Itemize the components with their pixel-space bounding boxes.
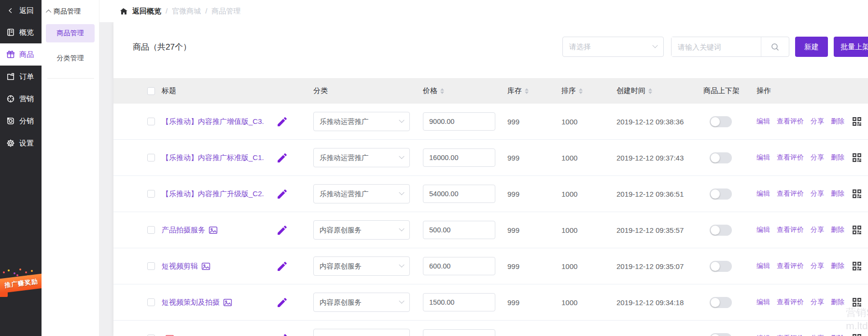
row-checkbox[interactable] — [147, 298, 155, 306]
sort-carets-icon[interactable] — [579, 88, 583, 94]
edit-pencil-button[interactable] — [276, 224, 288, 236]
share-link[interactable]: 分享 — [811, 117, 824, 126]
edit-pencil-button[interactable] — [276, 116, 288, 128]
sidebar-item-marketing[interactable]: 营销 — [0, 88, 42, 110]
product-title-link[interactable]: 【乐推动】内容推广增值版_C3... — [162, 117, 264, 126]
edit-link[interactable]: 编辑 — [756, 298, 770, 307]
image-icon[interactable] — [223, 298, 232, 307]
view-reviews-link[interactable]: 查看评价 — [777, 153, 804, 162]
product-title-link[interactable]: 【乐推动】内容推广升级版_C2... — [162, 189, 264, 199]
edit-link[interactable]: 编辑 — [756, 334, 770, 336]
header-库存[interactable]: 库存 — [500, 86, 553, 95]
row-checkbox[interactable] — [147, 262, 155, 270]
product-title-link[interactable]: 【乐推动】内容推广标准版_C1... — [162, 153, 264, 162]
delete-link[interactable]: 删除 — [831, 334, 844, 336]
sort-carets-icon[interactable] — [440, 88, 444, 94]
submenu-group-toggle[interactable]: 商品管理 — [42, 6, 99, 17]
price-input[interactable] — [423, 293, 495, 311]
product-title-link[interactable]: 产品拍摄服务 — [162, 226, 205, 235]
category-select[interactable]: 内容原创服务 — [313, 256, 410, 276]
delete-link[interactable]: 删除 — [831, 298, 844, 307]
onshelf-toggle[interactable] — [710, 297, 732, 308]
promo-reward-badge[interactable]: 推广赚奖励 — [0, 269, 42, 297]
share-link[interactable]: 分享 — [811, 334, 824, 336]
onshelf-toggle[interactable] — [710, 152, 732, 163]
price-input[interactable] — [423, 148, 495, 167]
view-reviews-link[interactable]: 查看评价 — [777, 226, 804, 234]
price-input[interactable] — [423, 221, 495, 239]
category-filter-select[interactable]: 请选择 — [562, 37, 664, 57]
header-排序[interactable]: 排序 — [553, 86, 606, 95]
onshelf-toggle[interactable] — [710, 333, 732, 336]
edit-link[interactable]: 编辑 — [756, 226, 770, 234]
sort-carets-icon[interactable] — [648, 88, 652, 94]
qr-code-button[interactable] — [852, 297, 862, 307]
delete-link[interactable]: 删除 — [831, 153, 844, 162]
category-select[interactable] — [313, 329, 410, 336]
select-all-checkbox[interactable] — [147, 87, 155, 95]
header-价格[interactable]: 价格 — [415, 86, 500, 95]
qr-code-button[interactable] — [852, 225, 862, 235]
edit-link[interactable]: 编辑 — [756, 262, 770, 270]
sidebar-item-settings[interactable]: 设置 — [0, 132, 42, 154]
sidebar-back-button[interactable]: 返回 — [0, 0, 42, 21]
onshelf-toggle[interactable] — [710, 225, 732, 236]
delete-link[interactable]: 删除 — [831, 226, 844, 234]
qr-code-button[interactable] — [852, 117, 862, 126]
share-link[interactable]: 分享 — [811, 153, 824, 162]
sidebar-item-overview[interactable]: 概览 — [0, 21, 42, 43]
view-reviews-link[interactable]: 查看评价 — [777, 262, 804, 270]
image-icon[interactable] — [201, 262, 210, 271]
share-link[interactable]: 分享 — [811, 262, 824, 270]
search-button[interactable] — [761, 37, 789, 56]
view-reviews-link[interactable]: 查看评价 — [777, 334, 804, 336]
price-input[interactable] — [423, 185, 495, 203]
category-select[interactable]: 乐推动运营推广 — [313, 112, 410, 131]
onshelf-toggle[interactable] — [710, 188, 732, 200]
row-checkbox[interactable] — [147, 226, 155, 234]
category-select[interactable]: 内容原创服务 — [313, 220, 410, 240]
edit-pencil-button[interactable] — [276, 188, 288, 200]
share-link[interactable]: 分享 — [811, 226, 824, 234]
view-reviews-link[interactable]: 查看评价 — [777, 189, 804, 198]
submenu-item-goods-manage[interactable]: 商品管理 — [46, 24, 95, 42]
sidebar-item-goods[interactable]: 商品 — [0, 43, 42, 66]
delete-link[interactable]: 删除 — [831, 189, 844, 198]
category-select[interactable]: 乐推动运营推广 — [313, 184, 410, 203]
image-icon[interactable] — [209, 226, 218, 235]
edit-pencil-button[interactable] — [276, 333, 288, 336]
delete-link[interactable]: 删除 — [831, 117, 844, 126]
row-checkbox[interactable] — [147, 190, 155, 198]
sidebar-item-orders[interactable]: 订单 — [0, 66, 42, 88]
breadcrumb-home-link[interactable]: 返回概览 — [132, 7, 161, 16]
qr-code-button[interactable] — [852, 334, 862, 336]
view-reviews-link[interactable]: 查看评价 — [777, 117, 804, 126]
edit-link[interactable]: 编辑 — [756, 117, 770, 126]
create-button[interactable]: 新建 — [795, 37, 828, 57]
breadcrumb-crumb-1[interactable]: 官微商城 — [172, 7, 201, 16]
batch-onshelf-button[interactable]: 批量上架 — [834, 37, 868, 57]
onshelf-toggle[interactable] — [710, 116, 732, 127]
keyword-search-input[interactable] — [672, 37, 761, 56]
row-checkbox[interactable] — [147, 154, 155, 161]
header-创建时间[interactable]: 创建时间 — [606, 86, 695, 95]
edit-pencil-button[interactable] — [276, 260, 288, 272]
price-input[interactable] — [423, 329, 495, 336]
product-title-link[interactable]: 短视频剪辑 — [162, 262, 198, 271]
category-select[interactable]: 乐推动运营推广 — [313, 148, 410, 167]
sidebar-item-distribution[interactable]: 分销 — [0, 110, 42, 132]
price-input[interactable] — [423, 257, 495, 275]
onshelf-toggle[interactable] — [710, 261, 732, 272]
view-reviews-link[interactable]: 查看评价 — [777, 298, 804, 307]
qr-code-button[interactable] — [852, 261, 862, 271]
edit-link[interactable]: 编辑 — [756, 189, 770, 198]
image-icon[interactable] — [165, 334, 174, 336]
delete-link[interactable]: 删除 — [831, 262, 844, 270]
edit-pencil-button[interactable] — [276, 152, 288, 164]
share-link[interactable]: 分享 — [811, 189, 824, 198]
category-select[interactable]: 内容原创服务 — [313, 293, 410, 312]
edit-link[interactable]: 编辑 — [756, 153, 770, 162]
submenu-item-category-manage[interactable]: 分类管理 — [46, 49, 95, 67]
qr-code-button[interactable] — [852, 153, 862, 162]
qr-code-button[interactable] — [852, 189, 862, 199]
